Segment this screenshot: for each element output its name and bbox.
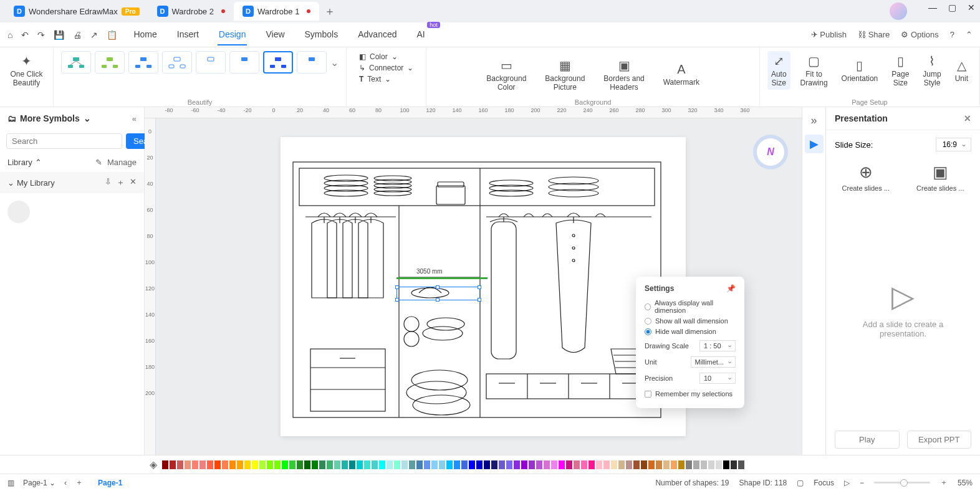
background-color-button[interactable]: ▭Background Color [483,55,530,94]
orientation-button[interactable]: ▯Orientation [838,51,882,90]
unit-button[interactable]: △Unit [951,51,972,90]
color-swatch[interactable] [170,460,176,469]
color-swatch[interactable] [379,460,385,469]
color-swatch[interactable] [364,460,370,469]
color-swatch[interactable] [544,460,550,469]
edit-icon[interactable]: ✎ [95,158,102,167]
menu-view[interactable]: View [264,24,286,45]
color-swatch[interactable] [372,460,378,469]
color-swatch[interactable] [686,460,692,469]
color-swatch[interactable] [312,460,318,469]
color-swatch[interactable] [633,460,640,469]
color-swatch[interactable] [581,460,587,469]
add-icon[interactable]: ＋ [117,177,125,188]
auto-size-button[interactable]: ⤢Auto Size [767,51,790,90]
color-swatch[interactable] [349,460,355,469]
help-icon[interactable]: ? [950,30,954,39]
color-swatch[interactable] [259,460,266,469]
share-button[interactable]: ⛓ Share [858,30,890,39]
fit-page-icon[interactable]: ▢ [797,479,804,487]
color-swatch[interactable] [252,460,258,469]
minimize-button[interactable]: — [928,2,937,20]
menu-home[interactable]: Home [132,24,158,45]
connector-menu[interactable]: ↳ Connector ⌄ [359,64,413,72]
unit-select[interactable]: Millimet... [691,356,736,368]
option-hide[interactable]: Hide wall dimension [645,328,736,335]
undo-icon[interactable]: ↶ [21,30,29,40]
color-swatch[interactable] [521,460,527,469]
color-swatch[interactable] [454,460,460,469]
background-picture-button[interactable]: ▦Background Picture [541,55,588,94]
menu-symbols[interactable]: Symbols [304,24,340,45]
color-swatch[interactable] [626,460,632,469]
menu-insert[interactable]: Insert [176,24,200,45]
eyedropper-icon[interactable]: ◈ [150,459,157,470]
library-item-placeholder[interactable] [7,201,30,223]
theme-more-icon[interactable]: ⌄ [330,57,339,69]
page-selector[interactable]: Page-1 ⌄ [23,479,55,487]
play-button[interactable]: Play [835,431,900,449]
color-swatch[interactable] [334,460,340,469]
color-swatch[interactable] [641,460,647,469]
create-slides-auto[interactable]: ⊕Create slides ... [835,163,897,192]
document-tab-wardrobe1[interactable]: D Wardrobe 1 [234,2,319,21]
color-swatch[interactable] [603,460,610,469]
color-swatch[interactable] [327,460,333,469]
paste-icon[interactable]: 📋 [107,30,117,40]
export-ppt-button[interactable]: Export PPT [907,431,972,449]
color-swatch[interactable] [559,460,565,469]
color-swatch[interactable] [289,460,295,469]
color-swatch[interactable] [551,460,557,469]
theme-swatch-6[interactable] [229,51,259,74]
options-button[interactable]: ⚙ Options [901,30,938,39]
close-button[interactable]: ✕ [968,2,975,20]
page-viewport[interactable]: 3050 mm N Settings📌 Always display wall … [156,118,802,455]
color-swatch[interactable] [738,460,744,469]
color-swatch[interactable] [611,460,617,469]
pages-icon[interactable]: ▥ [7,479,14,487]
remember-checkbox[interactable]: Remember my selections [645,390,736,398]
zoom-out-icon[interactable]: − [860,479,864,487]
color-swatch[interactable] [237,460,243,469]
selection-rect[interactable] [396,287,480,300]
document-tab-wardrobe2[interactable]: D Wardrobe 2 [148,2,234,21]
color-swatch[interactable] [618,460,625,469]
color-swatch[interactable] [162,460,168,469]
color-swatch[interactable] [529,460,535,469]
page-canvas[interactable]: 3050 mm [281,137,686,436]
color-swatch[interactable] [424,460,430,469]
color-swatch[interactable] [476,460,483,469]
color-menu[interactable]: ◧ Color ⌄ [359,52,413,61]
color-swatch[interactable] [357,460,363,469]
color-swatch[interactable] [536,460,542,469]
sidebar-header[interactable]: 🗂 More Symbols ⌄ « [0,107,144,130]
manage-link[interactable]: Manage [107,158,137,167]
color-swatch[interactable] [207,460,213,469]
color-swatch[interactable] [484,460,490,469]
theme-swatch-1[interactable] [61,51,91,74]
theme-swatch-7-selected[interactable] [263,51,293,74]
color-swatch[interactable] [499,460,505,469]
color-swatch[interactable] [693,460,699,469]
zoom-value[interactable]: 55% [958,479,973,487]
new-tab-button[interactable]: ＋ [324,4,335,19]
add-page-icon[interactable]: ＋ [75,477,83,488]
color-swatch[interactable] [596,460,602,469]
expand-icon[interactable]: » [805,111,824,130]
selected-wall-segment[interactable] [396,277,488,279]
collapse-ribbon-icon[interactable]: ⌃ [966,30,973,39]
page-size-button[interactable]: ▯Page Size [888,51,913,90]
color-swatch[interactable] [701,460,707,469]
color-swatch[interactable] [416,460,423,469]
pin-icon[interactable]: 📌 [726,284,736,293]
one-click-beautify-button[interactable]: ✦ One Click Beautify [7,51,47,90]
color-swatch[interactable] [671,460,677,469]
theme-swatch-4[interactable] [162,51,192,74]
color-swatch[interactable] [409,460,415,469]
theme-swatch-8[interactable] [297,51,327,74]
page-tab-1[interactable]: Page-1 [92,479,128,487]
color-swatch[interactable] [222,460,228,469]
color-swatch[interactable] [304,460,310,469]
color-swatch[interactable] [214,460,221,469]
color-swatch[interactable] [177,460,183,469]
